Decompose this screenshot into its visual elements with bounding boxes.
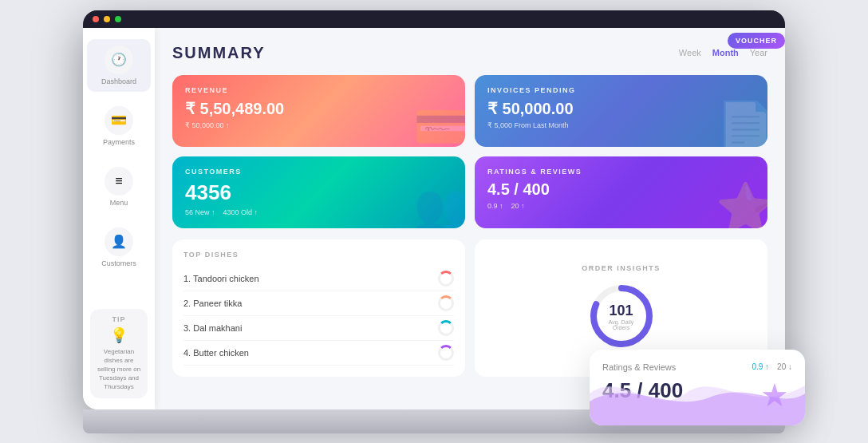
dish-item-4: 4. Butter chicken xyxy=(183,341,454,366)
dot-green xyxy=(115,16,121,22)
dish-loader-3 xyxy=(438,320,454,336)
cards-grid: REVENUE ₹ 5,50,489.00 ₹ 50,000.00 ↑ 💳 IN… xyxy=(172,75,767,228)
order-insights-title: ORDER INSIGHTS xyxy=(582,264,661,272)
dish-name-4: 4. Butter chicken xyxy=(183,348,249,358)
customers-new: 56 New ↑ xyxy=(185,208,215,216)
sidebar-label-dashboard: Dashboard xyxy=(101,77,136,85)
revenue-card: REVENUE ₹ 5,50,489.00 ₹ 50,000.00 ↑ 💳 xyxy=(172,75,465,147)
sidebar: 🕐 Dashboard 💳 Payments ≡ Menu 👤 Customer… xyxy=(83,28,155,409)
customers-icon: 👤 xyxy=(105,227,133,256)
sidebar-label-menu: Menu xyxy=(110,199,128,207)
top-dishes-title: TOP DISHES xyxy=(183,251,454,259)
revenue-value: ₹ 5,50,489.00 xyxy=(185,99,452,118)
ratings-sub1: 0.9 ↑ xyxy=(487,202,503,210)
revenue-sub: ₹ 50,000.00 ↑ xyxy=(185,121,452,129)
invoices-label: INVOICES PENDING xyxy=(487,86,755,94)
ratings-sub: 0.9 ↑ 20 ↑ xyxy=(487,202,755,210)
dashboard-icon: 🕐 xyxy=(105,45,133,74)
sidebar-item-customers[interactable]: 👤 Customers xyxy=(87,221,151,274)
summary-title: SUMMARY xyxy=(172,44,266,62)
revenue-icon: 💳 xyxy=(413,98,465,147)
tip-box: TIP 💡 Vegetarian dishes are selling more… xyxy=(90,309,148,398)
customers-old: 4300 Old ↑ xyxy=(223,208,258,216)
dish-name-3: 3. Dal makhani xyxy=(183,323,242,333)
wave-background: ★ xyxy=(590,362,805,425)
tip-text: Vegetarian dishes are selling more on Tu… xyxy=(97,347,141,392)
customers-sub: 56 New ↑ 4300 Old ↑ xyxy=(185,208,452,216)
top-dishes-panel: TOP DISHES 1. Tandoori chicken 2. Paneer… xyxy=(172,239,465,377)
dot-red xyxy=(93,16,99,22)
invoices-sub: ₹ 5,000 From Last Month xyxy=(487,121,755,129)
sidebar-item-payments[interactable]: 💳 Payments xyxy=(87,100,151,152)
tip-label: TIP xyxy=(97,315,141,323)
menu-icon: ≡ xyxy=(105,167,133,196)
dish-item-3: 3. Dal makhani xyxy=(183,316,454,341)
avg-daily-orders: 101 xyxy=(603,302,639,318)
sidebar-label-payments: Payments xyxy=(103,138,135,146)
customers-label: CUSTOMERS xyxy=(185,168,452,176)
donut-center: 101 Avg. Daily Orders xyxy=(603,302,639,330)
laptop-topbar xyxy=(83,10,785,28)
customers-value: 4356 xyxy=(185,180,452,205)
dish-item-2: 2. Paneer tikka xyxy=(183,291,454,316)
ratings-bg-icon: ⭐ xyxy=(716,180,767,228)
floating-card: Ratings & Reviews 0.9 ↑ 20 ↓ 4.5 / 400 ★ xyxy=(590,350,805,425)
wave-star-icon: ★ xyxy=(760,377,789,413)
customers-card: CUSTOMERS 4356 56 New ↑ 4300 Old ↑ 👥 xyxy=(172,156,465,228)
laptop-wrapper: 🕐 Dashboard 💳 Payments ≡ Menu 👤 Customer… xyxy=(75,10,793,433)
customers-bg-icon: 👥 xyxy=(413,180,465,228)
time-filters: Week Month Year xyxy=(679,48,767,57)
voucher-button[interactable]: VOUCHER xyxy=(728,33,785,49)
dot-yellow xyxy=(104,16,110,22)
sidebar-label-customers: Customers xyxy=(101,259,136,267)
tip-icon: 💡 xyxy=(97,326,141,344)
avg-label: Avg. Daily Orders xyxy=(603,318,639,330)
dish-loader-1 xyxy=(438,271,454,287)
dish-name-1: 1. Tandoori chicken xyxy=(183,274,259,283)
invoices-value: ₹ 50,000.00 xyxy=(487,99,755,118)
filter-month[interactable]: Month xyxy=(712,48,739,57)
dish-loader-2 xyxy=(438,295,454,311)
dish-name-2: 2. Paneer tikka xyxy=(183,299,242,308)
filter-week[interactable]: Week xyxy=(679,48,701,57)
main-header: SUMMARY Week Month Year xyxy=(172,44,767,62)
ratings-sub2: 20 ↑ xyxy=(511,202,525,210)
revenue-label: REVENUE xyxy=(185,86,452,94)
invoices-card: INVOICES PENDING ₹ 50,000.00 ₹ 5,000 Fro… xyxy=(475,75,767,147)
sidebar-item-menu[interactable]: ≡ Menu xyxy=(87,160,151,213)
ratings-value: 4.5 / 400 xyxy=(487,180,755,199)
dish-item-1: 1. Tandoori chicken xyxy=(183,267,454,291)
dish-loader-4 xyxy=(438,345,454,361)
donut-chart: 101 Avg. Daily Orders xyxy=(586,280,657,352)
sidebar-item-dashboard[interactable]: 🕐 Dashboard xyxy=(87,39,151,92)
ratings-label: RATINGS & REVIEWS xyxy=(487,168,755,176)
filter-year[interactable]: Year xyxy=(750,48,767,57)
ratings-card: RATINGS & REVIEWS 4.5 / 400 0.9 ↑ 20 ↑ ⭐ xyxy=(475,156,767,228)
invoices-icon: 📄 xyxy=(716,98,767,147)
payments-icon: 💳 xyxy=(105,106,133,135)
